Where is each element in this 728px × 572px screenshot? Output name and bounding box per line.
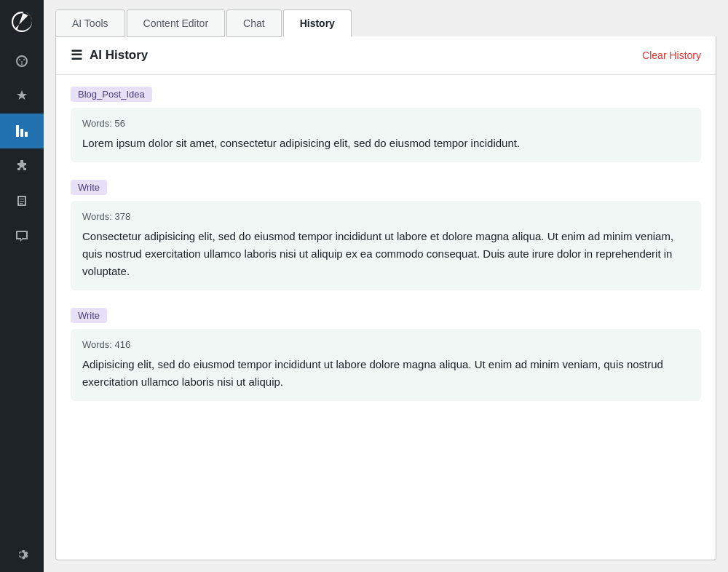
chart-icon[interactable] — [0, 114, 44, 148]
history-tag: Blog_Post_Idea — [71, 87, 152, 102]
hamburger-icon: ☰ — [71, 49, 82, 62]
panel-header: ☰ AI History Clear History — [56, 36, 716, 75]
history-words-count: Words: 56 — [82, 118, 689, 129]
panel-title: ☰ AI History — [71, 48, 148, 63]
tab-chat[interactable]: Chat — [226, 9, 282, 37]
history-content-box: Words: 416 Adipisicing elit, sed do eius… — [71, 329, 701, 401]
history-item: Write Words: 416 Adipisicing elit, sed d… — [71, 308, 701, 401]
settings-icon[interactable] — [0, 537, 44, 572]
history-text-content: Adipisicing elit, sed do eiusmod tempor … — [82, 356, 689, 391]
history-tag: Write — [71, 180, 107, 195]
palette-icon[interactable] — [0, 44, 44, 79]
clear-history-button[interactable]: Clear History — [642, 49, 701, 61]
comment-icon[interactable] — [0, 218, 44, 253]
history-text-content: Lorem ipsum dolor sit amet, consectetur … — [82, 135, 689, 152]
history-words-count: Words: 416 — [82, 339, 689, 350]
history-content-box: Words: 56 Lorem ipsum dolor sit amet, co… — [71, 108, 701, 162]
wordpress-logo[interactable] — [0, 0, 44, 44]
main-content: AI Tools Content Editor Chat History ☰ A… — [44, 0, 728, 572]
history-item: Write Words: 378 Consectetur adipisicing… — [71, 180, 701, 290]
tab-bar: AI Tools Content Editor Chat History — [44, 0, 728, 36]
history-content-box: Words: 378 Consectetur adipisicing elit,… — [71, 201, 701, 290]
history-item: Blog_Post_Idea Words: 56 Lorem ipsum dol… — [71, 87, 701, 162]
puzzle-icon[interactable] — [0, 148, 44, 183]
pages-icon[interactable] — [0, 183, 44, 218]
history-text-content: Consectetur adipisicing elit, sed do eiu… — [82, 228, 689, 280]
tab-history[interactable]: History — [283, 9, 352, 37]
history-list: Blog_Post_Idea Words: 56 Lorem ipsum dol… — [56, 75, 716, 413]
history-tag: Write — [71, 308, 107, 323]
history-panel: ☰ AI History Clear History Blog_Post_Ide… — [55, 36, 716, 560]
tab-content-editor[interactable]: Content Editor — [127, 9, 226, 37]
sidebar — [0, 0, 44, 572]
tab-ai-tools[interactable]: AI Tools — [55, 9, 125, 37]
panel-title-text: AI History — [90, 48, 148, 63]
pin-icon[interactable] — [0, 79, 44, 114]
history-words-count: Words: 378 — [82, 211, 689, 222]
